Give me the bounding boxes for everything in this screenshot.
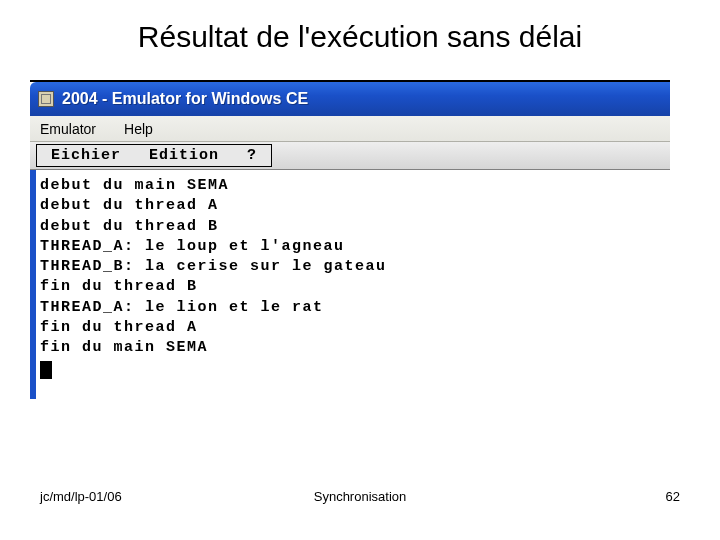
footer-left: jc/md/lp-01/06	[40, 489, 251, 504]
cursor-icon	[40, 361, 52, 379]
menu-question[interactable]: ?	[233, 147, 271, 164]
console-line: fin du thread B	[40, 277, 666, 297]
console-output: debut du main SEMA debut du thread A deb…	[30, 170, 670, 399]
slide-title: Résultat de l'exécution sans délai	[0, 20, 720, 54]
menu-edition[interactable]: Edition	[135, 147, 233, 164]
console-line: THREAD_A: le loup et l'agneau	[40, 237, 666, 257]
console-line: debut du thread B	[40, 217, 666, 237]
console-line: fin du main SEMA	[40, 338, 666, 358]
menu-help[interactable]: Help	[124, 121, 153, 137]
console-line: fin du thread A	[40, 318, 666, 338]
outer-menubar: Emulator Help	[30, 116, 670, 142]
console-line: debut du thread A	[40, 196, 666, 216]
console-cursor-line	[40, 358, 666, 378]
window-title: 2004 - Emulator for Windows CE	[62, 90, 308, 108]
inner-menubar: Eichier Edition ?	[30, 142, 670, 170]
menu-emulator[interactable]: Emulator	[40, 121, 96, 137]
footer-center: Synchronisation	[251, 489, 469, 504]
inner-menu-group: Eichier Edition ?	[36, 144, 272, 167]
slide: Résultat de l'exécution sans délai 2004 …	[0, 0, 720, 540]
console-line: THREAD_B: la cerise sur le gateau	[40, 257, 666, 277]
emulator-window: 2004 - Emulator for Windows CE Emulator …	[30, 82, 670, 399]
window-frame: 2004 - Emulator for Windows CE Emulator …	[30, 80, 670, 399]
footer-right: 62	[469, 489, 680, 504]
console-line: debut du main SEMA	[40, 176, 666, 196]
console-line: THREAD_A: le lion et le rat	[40, 298, 666, 318]
app-icon	[38, 91, 54, 107]
titlebar[interactable]: 2004 - Emulator for Windows CE	[30, 82, 670, 116]
menu-fichier[interactable]: Eichier	[37, 147, 135, 164]
slide-footer: jc/md/lp-01/06 Synchronisation 62	[0, 489, 720, 504]
